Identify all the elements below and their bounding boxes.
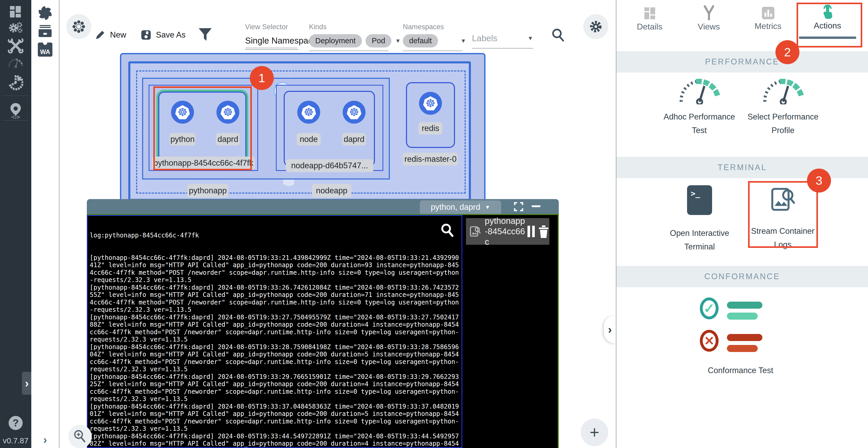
namespaces-label: Namespaces	[403, 23, 466, 31]
conformance-pass-icon: ✓	[693, 297, 787, 326]
fullscreen-icon[interactable]	[514, 202, 523, 212]
canvas-menu-button[interactable]	[66, 14, 91, 39]
kubernetes-wheel-icon: ☸	[349, 107, 359, 118]
tab-details[interactable]: Details	[627, 6, 673, 32]
select-performance-label-2: Profile	[736, 124, 830, 137]
container-daprd-2[interactable]: ☸	[343, 101, 366, 124]
terminal-icon: >_	[687, 185, 712, 215]
chevron-down-icon: ▼	[485, 204, 490, 210]
log-entry: [pythonapp-8454cc66c-4f7fk:daprd] 2024-0…	[90, 344, 459, 373]
deployment-label: nodeapp	[312, 184, 351, 198]
terminal-body: log:pythonapp-8454cc66c-4f7fk [pythonapp…	[87, 214, 559, 448]
annotation-box-1	[153, 86, 252, 170]
chevron-down-icon: ▼	[461, 37, 466, 44]
location-pin-icon[interactable]	[0, 101, 31, 120]
labels-field[interactable]: Labels ▼	[472, 33, 533, 49]
adhoc-performance-label-1: Adhoc Performance	[652, 110, 746, 124]
chevron-down-icon: ▼	[527, 35, 533, 42]
conformance-test-button[interactable]: ✓ ✕ Conformance Test	[693, 297, 787, 377]
extensions-chart-icon[interactable]	[0, 73, 31, 92]
dashboard-icon[interactable]	[0, 3, 31, 21]
sidebar-divider	[2, 95, 29, 96]
select-performance-profile-button[interactable]: Select Performance Profile	[761, 77, 830, 137]
kubernetes-wheel-icon: ☸	[425, 97, 435, 109]
chevron-down-icon: ▼	[395, 37, 401, 44]
view-selector-underline	[245, 48, 297, 48]
tab-metrics[interactable]: Metrics	[745, 6, 791, 31]
metrics-chart-icon	[761, 6, 775, 20]
conformance-section-header: CONFORMANCE	[616, 266, 868, 287]
annotation-box-2	[797, 3, 862, 48]
webassembly-icon[interactable]: WA	[31, 40, 59, 59]
filter-icon[interactable]	[198, 27, 213, 44]
tab-views-label: Views	[686, 22, 732, 32]
container-label: node	[297, 133, 321, 146]
help-icon[interactable]: ?	[9, 416, 23, 430]
canvas-zoom-button[interactable]	[68, 425, 92, 448]
settings-gears-icon[interactable]	[0, 19, 31, 37]
pencil-icon	[94, 29, 106, 41]
annotation-badge-3: 3	[807, 169, 831, 192]
log-header: log:pythonapp-8454cc66c-4f7fk	[90, 232, 459, 239]
log-console[interactable]: log:pythonapp-8454cc66c-4f7fk [pythonapp…	[87, 215, 462, 448]
log-entry: [pythonapp-8454cc66c-4f7fk:daprd] 2024-0…	[90, 254, 459, 284]
log-tabs-panel: pythonapp-8454cc66c	[462, 215, 558, 448]
performance-section-header: PERFORMANCE	[616, 51, 868, 72]
container-selector-value: python, daprd	[431, 203, 480, 212]
container-redis[interactable]: ☸	[419, 92, 442, 115]
left-sidebar: › ? v0.7.87	[0, 0, 31, 448]
namespaces-field[interactable]: Namespaces default ▼	[403, 23, 466, 51]
container-label: redis	[418, 122, 442, 135]
rail-collapse-chevron-icon[interactable]: ›	[31, 430, 59, 448]
tab-views[interactable]: Views	[686, 5, 732, 32]
log-entry: [pythonapp-8454cc66c-4f7fk:daprd] 2024-0…	[90, 403, 459, 432]
minimize-icon[interactable]	[532, 205, 540, 207]
deployment-label: pythonapp	[187, 184, 228, 198]
log-tab-pythonapp[interactable]: pythonapp-8454cc66c	[466, 218, 549, 245]
kind-chip-deployment[interactable]: Deployment	[309, 34, 362, 48]
annotation-box-3	[748, 181, 818, 248]
view-selector-value: Single Namespace	[245, 36, 317, 46]
trash-icon[interactable]	[538, 225, 549, 238]
namespace-chip-default[interactable]: default	[403, 34, 438, 48]
tools-icon[interactable]	[0, 36, 31, 55]
kubernetes-wheel-icon: ☸	[304, 107, 314, 118]
add-button[interactable]: +	[581, 419, 608, 446]
pause-icon[interactable]	[527, 225, 535, 238]
panel-collapse-chevron[interactable]: ›	[604, 316, 616, 343]
save-as-button[interactable]: Save As	[140, 29, 186, 41]
open-terminal-label-2: Terminal	[653, 240, 746, 253]
terminal-section-header: TERMINAL	[616, 157, 868, 178]
kinds-label: Kinds	[309, 23, 401, 31]
kinds-field[interactable]: Kinds Deployment Pod ▼	[309, 23, 401, 51]
adhoc-performance-label-2: Test	[652, 124, 746, 137]
kind-chip-pod[interactable]: Pod	[366, 34, 392, 48]
container-selector-dropdown[interactable]: python, daprd ▼	[420, 200, 501, 214]
settings-gear-button[interactable]	[583, 14, 608, 39]
log-entry: [pythonapp-8454cc66c-4f7fk:daprd] 2024-0…	[90, 313, 459, 344]
terminal-titlebar[interactable]: python, daprd ▼	[87, 199, 559, 214]
sidebar-expand-button[interactable]: ›	[22, 372, 32, 395]
log-entry: [pythonapp-8454cc66c-4f7fk:daprd] 2024-0…	[90, 284, 459, 313]
log-tab-controls	[527, 225, 549, 238]
open-terminal-label-1: Open Interactive	[653, 227, 746, 240]
container-logs-icon	[469, 224, 481, 239]
app-window: › ? v0.7.87 WA › New Save As View Select…	[0, 0, 868, 448]
gauge-icon	[761, 77, 806, 104]
annotation-badge-1: 1	[250, 66, 274, 90]
views-branch-icon	[701, 5, 717, 21]
conformance-fail-icon: ✕	[693, 330, 787, 361]
performance-gauge-icon[interactable]	[0, 54, 31, 72]
container-node[interactable]: ☸	[297, 101, 320, 124]
annotation-badge-2: 2	[775, 40, 799, 64]
save-icon	[140, 29, 152, 41]
pod-name-label: redis-master-0	[403, 153, 458, 166]
pod-name-label: nodeapp-d64b5747...	[286, 159, 373, 172]
select-performance-label-1: Select Performance	[736, 110, 830, 124]
save-as-button-label: Save As	[156, 30, 186, 40]
container-label: daprd	[342, 133, 366, 146]
pinwheel-logo-icon[interactable]	[31, 4, 59, 23]
search-icon[interactable]	[550, 27, 566, 44]
new-button[interactable]: New	[94, 29, 126, 41]
archive-icon[interactable]	[31, 22, 59, 41]
